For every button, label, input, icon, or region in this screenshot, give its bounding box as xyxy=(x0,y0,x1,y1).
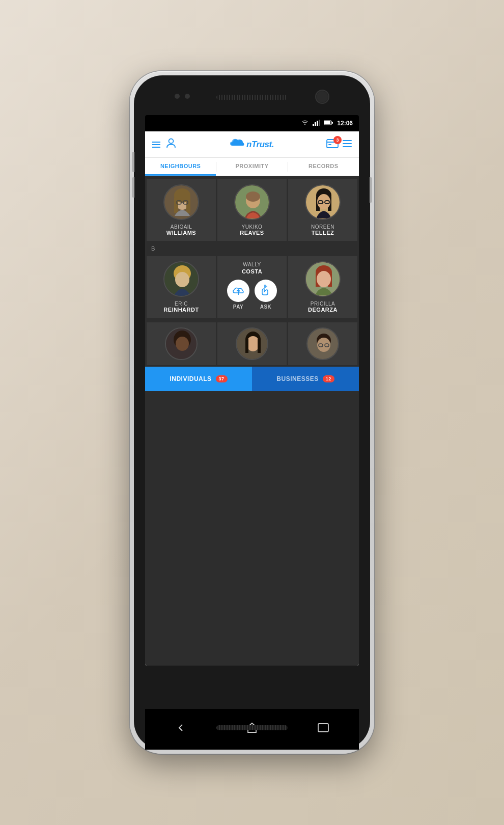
person-first-name-noreen: NOREEN xyxy=(311,224,334,230)
person-first-name-wally: WALLY xyxy=(243,262,261,267)
navigation-tabs: NEIGHBOURS PROXIMITY RECORDS xyxy=(145,158,359,176)
tab-records[interactable]: RECORDS xyxy=(288,158,359,176)
header-right: 3 xyxy=(326,139,352,150)
person-first-name-eric: ERIC xyxy=(175,301,188,307)
power-button[interactable] xyxy=(370,177,372,203)
svg-point-37 xyxy=(175,272,189,287)
battery-icon xyxy=(324,120,333,126)
volume-down-button[interactable] xyxy=(132,177,134,198)
avatar-abigail xyxy=(163,184,199,220)
svg-rect-55 xyxy=(258,339,261,353)
front-camera xyxy=(315,90,329,104)
svg-point-25 xyxy=(246,191,260,202)
svg-rect-13 xyxy=(343,146,352,147)
svg-rect-54 xyxy=(245,339,248,353)
ask-label: ASK xyxy=(260,304,272,310)
svg-point-7 xyxy=(169,139,174,144)
person-card-eric[interactable]: ERIC REINHARDT xyxy=(147,256,216,318)
header-left xyxy=(152,138,177,151)
screen: 12:06 xyxy=(145,115,359,666)
tab-individuals-badge: 37 xyxy=(216,375,228,382)
person-first-name-abigail: ABIGAIL xyxy=(171,224,192,230)
person-card-yukiko[interactable]: YUKIKO REAVES xyxy=(217,179,287,241)
logo-cloud-icon xyxy=(229,138,244,151)
person-last-name-abigail: WILLIAMS xyxy=(166,230,196,236)
notification-badge: 3 xyxy=(333,136,342,144)
tab-businesses[interactable]: BUSINESSES 12 xyxy=(252,367,359,391)
grid-area: ABIGAIL WILLIAMS xyxy=(145,176,359,666)
profile-icon[interactable] xyxy=(165,138,177,151)
ask-action-btn[interactable]: ASK xyxy=(255,280,277,310)
pay-label: PAY xyxy=(233,304,243,310)
status-bar: 12:06 xyxy=(145,115,359,131)
svg-rect-61 xyxy=(318,724,328,732)
app-content: nTrust. 3 xyxy=(145,131,359,666)
logo-text: nTrust. xyxy=(246,140,274,150)
avatar-noreen xyxy=(305,184,341,220)
svg-rect-0 xyxy=(313,124,314,126)
app-logo: nTrust. xyxy=(229,138,274,151)
avatar-bottom3 xyxy=(306,327,339,360)
svg-point-31 xyxy=(317,194,330,209)
pay-action-btn[interactable]: PAY xyxy=(227,280,249,310)
phone-inner: 12:06 xyxy=(134,75,370,750)
svg-point-50 xyxy=(176,337,189,351)
svg-rect-12 xyxy=(343,143,352,144)
svg-rect-18 xyxy=(186,198,190,213)
svg-point-47 xyxy=(317,271,331,287)
person-first-name-yukiko: YUKIKO xyxy=(242,224,263,230)
tab-proximity[interactable]: PROXIMITY xyxy=(216,158,287,176)
avatar-bottom2 xyxy=(236,327,268,360)
person-first-name-pricilla: PRICILLA xyxy=(311,301,335,307)
section-b-label: B xyxy=(145,242,359,255)
wifi-icon xyxy=(301,120,309,127)
svg-rect-2 xyxy=(317,121,318,126)
svg-rect-1 xyxy=(315,122,316,126)
person-card-noreen[interactable]: NOREEN TELLEZ xyxy=(288,179,357,241)
phone-frame: 12:06 xyxy=(130,71,374,754)
person-last-name-pricilla: DEGARZA xyxy=(308,307,338,313)
person-card-pricilla[interactable]: PRICILLA DEGARZA xyxy=(288,256,357,318)
menu-icon[interactable] xyxy=(343,139,352,150)
person-card-wally[interactable]: WALLY COSTA xyxy=(217,256,287,318)
tab-neighbours[interactable]: NEIGHBOURS xyxy=(145,158,216,176)
speaker-top xyxy=(216,95,288,100)
avatar-pricilla xyxy=(305,261,341,297)
neighbours-grid-b: ERIC REINHARDT WALLY COSTA xyxy=(145,255,359,319)
bottom-tabs: INDIVIDUALS 37 BUSINESSES 12 xyxy=(145,367,359,391)
svg-rect-10 xyxy=(328,144,331,145)
person-card-bottom2[interactable] xyxy=(217,322,287,365)
wally-action-buttons: PAY xyxy=(227,280,277,310)
speaker-bottom xyxy=(216,725,288,730)
tab-businesses-label: BUSINESSES xyxy=(276,375,318,382)
svg-rect-17 xyxy=(174,198,178,213)
neighbours-grid-a: ABIGAIL WILLIAMS xyxy=(145,178,359,242)
svg-rect-11 xyxy=(343,140,352,141)
person-card-abigail[interactable]: ABIGAIL WILLIAMS xyxy=(147,179,216,241)
person-last-name-noreen: TELLEZ xyxy=(312,230,334,236)
tab-individuals-label: INDIVIDUALS xyxy=(170,375,211,382)
card-icon-wrapper[interactable]: 3 xyxy=(326,139,339,150)
recents-button[interactable] xyxy=(317,723,329,736)
tab-individuals[interactable]: INDIVIDUALS 37 xyxy=(145,367,252,391)
avatar-bottom1 xyxy=(165,327,198,360)
person-card-bottom3[interactable] xyxy=(288,322,357,365)
neighbours-grid-c xyxy=(145,321,359,367)
avatar-yukiko xyxy=(234,184,270,220)
svg-rect-3 xyxy=(319,120,320,126)
back-button[interactable] xyxy=(175,722,187,737)
person-last-name-wally: COSTA xyxy=(242,268,262,274)
person-card-bottom1[interactable] xyxy=(147,322,216,365)
avatar-eric xyxy=(163,261,199,297)
pay-icon-circle xyxy=(227,280,249,302)
hamburger-icon[interactable] xyxy=(152,142,160,148)
signal-icon xyxy=(313,120,320,127)
volume-up-button[interactable] xyxy=(132,152,134,172)
tab-businesses-badge: 12 xyxy=(323,375,334,382)
svg-point-58 xyxy=(317,338,330,352)
person-last-name-eric: REINHARDT xyxy=(163,307,199,313)
ask-icon-circle xyxy=(255,280,277,302)
person-last-name-yukiko: REAVES xyxy=(240,230,264,236)
svg-rect-5 xyxy=(324,121,330,124)
sensors xyxy=(175,94,190,99)
